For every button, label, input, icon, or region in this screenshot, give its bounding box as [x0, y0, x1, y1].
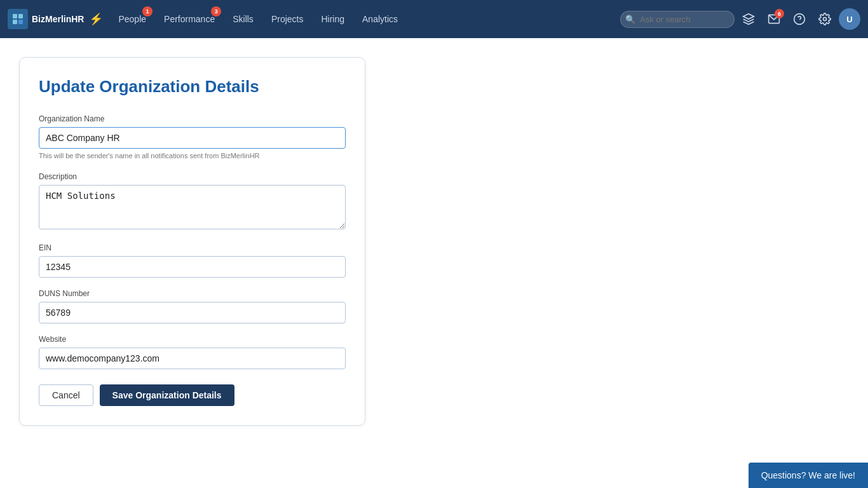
- form-title: Update Organization Details: [39, 77, 346, 97]
- nav-item-hiring[interactable]: Hiring: [312, 0, 353, 38]
- svg-rect-3: [18, 20, 23, 24]
- duns-label: DUNS Number: [39, 289, 346, 298]
- search-wrap: 🔍: [620, 11, 735, 28]
- performance-badge: 3: [211, 6, 221, 17]
- svg-rect-1: [18, 14, 23, 18]
- people-badge: 1: [142, 6, 153, 17]
- nav-item-performance[interactable]: Performance 3: [155, 0, 224, 38]
- ein-label: EIN: [39, 243, 346, 252]
- form-card: Update Organization Details Organization…: [19, 57, 365, 426]
- brand-name: BizMerlinHR: [32, 14, 84, 24]
- duns-input[interactable]: [39, 302, 346, 323]
- brand[interactable]: BizMerlinHR: [8, 9, 84, 29]
- org-name-group: Organization Name This will be the sende…: [39, 114, 346, 161]
- ein-input[interactable]: [39, 256, 346, 278]
- search-input[interactable]: [620, 11, 735, 28]
- main-content: Update Organization Details Organization…: [0, 38, 868, 488]
- nav-item-projects[interactable]: Projects: [262, 0, 313, 38]
- website-label: Website: [39, 335, 346, 344]
- layers-icon-button[interactable]: [737, 8, 760, 30]
- org-name-input[interactable]: [39, 127, 346, 149]
- brand-logo: [8, 9, 28, 29]
- nav-item-skills[interactable]: Skills: [224, 0, 262, 38]
- user-avatar[interactable]: U: [839, 8, 860, 30]
- description-textarea[interactable]: HCM Solutions: [39, 185, 346, 229]
- org-name-label: Organization Name: [39, 114, 346, 123]
- nav-right: 🔍 6: [620, 8, 860, 30]
- nav-item-analytics[interactable]: Analytics: [353, 0, 407, 38]
- ein-group: EIN: [39, 243, 346, 278]
- org-name-hint: This will be the sender's name in all no…: [39, 151, 346, 161]
- description-label: Description: [39, 172, 346, 181]
- settings-icon-button[interactable]: [813, 8, 836, 30]
- description-group: Description HCM Solutions: [39, 172, 346, 232]
- mail-icon-button[interactable]: 6: [763, 8, 785, 30]
- bolt-icon[interactable]: ⚡: [89, 12, 103, 26]
- website-group: Website: [39, 335, 346, 369]
- duns-group: DUNS Number: [39, 289, 346, 323]
- navbar: BizMerlinHR ⚡ People 1 Performance 3 Ski…: [0, 0, 868, 38]
- save-button[interactable]: Save Organization Details: [100, 384, 234, 406]
- help-icon-button[interactable]: [788, 8, 811, 30]
- svg-point-8: [824, 18, 827, 21]
- svg-marker-4: [743, 14, 754, 19]
- cancel-button[interactable]: Cancel: [39, 384, 93, 406]
- mail-badge: 6: [775, 9, 784, 18]
- svg-rect-2: [13, 20, 17, 24]
- live-chat-widget[interactable]: Questions? We are live!: [749, 463, 868, 488]
- svg-rect-0: [13, 14, 17, 18]
- website-input[interactable]: [39, 348, 346, 369]
- form-actions: Cancel Save Organization Details: [39, 384, 346, 406]
- nav-item-people[interactable]: People 1: [109, 0, 155, 38]
- nav-items: People 1 Performance 3 Skills Projects H…: [109, 0, 620, 38]
